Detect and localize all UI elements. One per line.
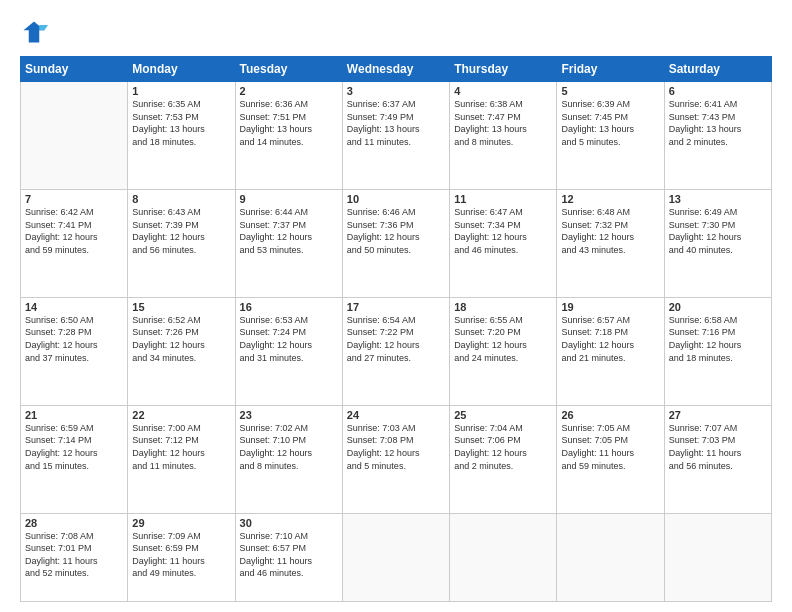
calendar-cell: 6Sunrise: 6:41 AM Sunset: 7:43 PM Daylig… [664,82,771,190]
calendar-week-5: 28Sunrise: 7:08 AM Sunset: 7:01 PM Dayli… [21,513,772,601]
day-detail: Sunrise: 6:44 AM Sunset: 7:37 PM Dayligh… [240,206,338,256]
weekday-header-monday: Monday [128,57,235,82]
day-detail: Sunrise: 6:43 AM Sunset: 7:39 PM Dayligh… [132,206,230,256]
calendar-cell: 15Sunrise: 6:52 AM Sunset: 7:26 PM Dayli… [128,297,235,405]
day-detail: Sunrise: 7:02 AM Sunset: 7:10 PM Dayligh… [240,422,338,472]
calendar-cell: 11Sunrise: 6:47 AM Sunset: 7:34 PM Dayli… [450,189,557,297]
calendar-cell: 5Sunrise: 6:39 AM Sunset: 7:45 PM Daylig… [557,82,664,190]
calendar-header: SundayMondayTuesdayWednesdayThursdayFrid… [21,57,772,82]
day-number: 29 [132,517,230,529]
day-number: 1 [132,85,230,97]
day-number: 5 [561,85,659,97]
calendar-table: SundayMondayTuesdayWednesdayThursdayFrid… [20,56,772,602]
day-detail: Sunrise: 7:08 AM Sunset: 7:01 PM Dayligh… [25,530,123,580]
day-number: 19 [561,301,659,313]
weekday-header-wednesday: Wednesday [342,57,449,82]
day-number: 26 [561,409,659,421]
day-detail: Sunrise: 6:52 AM Sunset: 7:26 PM Dayligh… [132,314,230,364]
day-number: 28 [25,517,123,529]
calendar-cell: 22Sunrise: 7:00 AM Sunset: 7:12 PM Dayli… [128,405,235,513]
calendar-cell: 23Sunrise: 7:02 AM Sunset: 7:10 PM Dayli… [235,405,342,513]
calendar-cell: 2Sunrise: 6:36 AM Sunset: 7:51 PM Daylig… [235,82,342,190]
weekday-header-friday: Friday [557,57,664,82]
calendar-cell: 17Sunrise: 6:54 AM Sunset: 7:22 PM Dayli… [342,297,449,405]
day-detail: Sunrise: 6:57 AM Sunset: 7:18 PM Dayligh… [561,314,659,364]
day-number: 13 [669,193,767,205]
day-detail: Sunrise: 6:37 AM Sunset: 7:49 PM Dayligh… [347,98,445,148]
day-number: 11 [454,193,552,205]
weekday-header-saturday: Saturday [664,57,771,82]
svg-marker-0 [24,22,45,43]
day-detail: Sunrise: 7:07 AM Sunset: 7:03 PM Dayligh… [669,422,767,472]
weekday-header-thursday: Thursday [450,57,557,82]
calendar-cell: 19Sunrise: 6:57 AM Sunset: 7:18 PM Dayli… [557,297,664,405]
day-number: 21 [25,409,123,421]
calendar-cell [664,513,771,601]
day-detail: Sunrise: 6:47 AM Sunset: 7:34 PM Dayligh… [454,206,552,256]
calendar-cell: 4Sunrise: 6:38 AM Sunset: 7:47 PM Daylig… [450,82,557,190]
day-detail: Sunrise: 6:42 AM Sunset: 7:41 PM Dayligh… [25,206,123,256]
day-number: 18 [454,301,552,313]
day-detail: Sunrise: 6:53 AM Sunset: 7:24 PM Dayligh… [240,314,338,364]
calendar-cell: 29Sunrise: 7:09 AM Sunset: 6:59 PM Dayli… [128,513,235,601]
calendar-cell: 28Sunrise: 7:08 AM Sunset: 7:01 PM Dayli… [21,513,128,601]
day-detail: Sunrise: 6:49 AM Sunset: 7:30 PM Dayligh… [669,206,767,256]
day-detail: Sunrise: 6:58 AM Sunset: 7:16 PM Dayligh… [669,314,767,364]
calendar-cell: 21Sunrise: 6:59 AM Sunset: 7:14 PM Dayli… [21,405,128,513]
calendar-cell: 3Sunrise: 6:37 AM Sunset: 7:49 PM Daylig… [342,82,449,190]
day-detail: Sunrise: 6:46 AM Sunset: 7:36 PM Dayligh… [347,206,445,256]
day-number: 4 [454,85,552,97]
day-number: 23 [240,409,338,421]
svg-marker-1 [39,25,48,30]
day-detail: Sunrise: 6:36 AM Sunset: 7:51 PM Dayligh… [240,98,338,148]
calendar-week-3: 14Sunrise: 6:50 AM Sunset: 7:28 PM Dayli… [21,297,772,405]
weekday-row: SundayMondayTuesdayWednesdayThursdayFrid… [21,57,772,82]
day-detail: Sunrise: 6:50 AM Sunset: 7:28 PM Dayligh… [25,314,123,364]
day-detail: Sunrise: 6:48 AM Sunset: 7:32 PM Dayligh… [561,206,659,256]
calendar-cell: 20Sunrise: 6:58 AM Sunset: 7:16 PM Dayli… [664,297,771,405]
day-number: 8 [132,193,230,205]
calendar-cell [21,82,128,190]
day-detail: Sunrise: 6:39 AM Sunset: 7:45 PM Dayligh… [561,98,659,148]
day-detail: Sunrise: 7:00 AM Sunset: 7:12 PM Dayligh… [132,422,230,472]
day-detail: Sunrise: 7:03 AM Sunset: 7:08 PM Dayligh… [347,422,445,472]
calendar-cell: 24Sunrise: 7:03 AM Sunset: 7:08 PM Dayli… [342,405,449,513]
day-number: 16 [240,301,338,313]
day-number: 25 [454,409,552,421]
calendar-cell [450,513,557,601]
day-number: 27 [669,409,767,421]
logo-icon [20,18,48,46]
calendar-week-4: 21Sunrise: 6:59 AM Sunset: 7:14 PM Dayli… [21,405,772,513]
calendar-week-2: 7Sunrise: 6:42 AM Sunset: 7:41 PM Daylig… [21,189,772,297]
day-number: 12 [561,193,659,205]
day-number: 30 [240,517,338,529]
calendar-cell: 10Sunrise: 6:46 AM Sunset: 7:36 PM Dayli… [342,189,449,297]
day-number: 9 [240,193,338,205]
calendar-cell: 13Sunrise: 6:49 AM Sunset: 7:30 PM Dayli… [664,189,771,297]
day-detail: Sunrise: 6:35 AM Sunset: 7:53 PM Dayligh… [132,98,230,148]
day-detail: Sunrise: 6:38 AM Sunset: 7:47 PM Dayligh… [454,98,552,148]
calendar-week-1: 1Sunrise: 6:35 AM Sunset: 7:53 PM Daylig… [21,82,772,190]
calendar-cell [557,513,664,601]
calendar-cell: 26Sunrise: 7:05 AM Sunset: 7:05 PM Dayli… [557,405,664,513]
header [20,18,772,46]
day-detail: Sunrise: 7:10 AM Sunset: 6:57 PM Dayligh… [240,530,338,580]
logo [20,18,52,46]
calendar-cell: 1Sunrise: 6:35 AM Sunset: 7:53 PM Daylig… [128,82,235,190]
day-detail: Sunrise: 7:09 AM Sunset: 6:59 PM Dayligh… [132,530,230,580]
day-detail: Sunrise: 6:41 AM Sunset: 7:43 PM Dayligh… [669,98,767,148]
day-number: 17 [347,301,445,313]
day-number: 3 [347,85,445,97]
calendar-cell [342,513,449,601]
calendar-body: 1Sunrise: 6:35 AM Sunset: 7:53 PM Daylig… [21,82,772,602]
calendar-cell: 8Sunrise: 6:43 AM Sunset: 7:39 PM Daylig… [128,189,235,297]
day-number: 7 [25,193,123,205]
weekday-header-sunday: Sunday [21,57,128,82]
calendar-cell: 12Sunrise: 6:48 AM Sunset: 7:32 PM Dayli… [557,189,664,297]
calendar-cell: 18Sunrise: 6:55 AM Sunset: 7:20 PM Dayli… [450,297,557,405]
day-detail: Sunrise: 7:05 AM Sunset: 7:05 PM Dayligh… [561,422,659,472]
day-number: 24 [347,409,445,421]
calendar-cell: 14Sunrise: 6:50 AM Sunset: 7:28 PM Dayli… [21,297,128,405]
day-number: 20 [669,301,767,313]
day-number: 10 [347,193,445,205]
